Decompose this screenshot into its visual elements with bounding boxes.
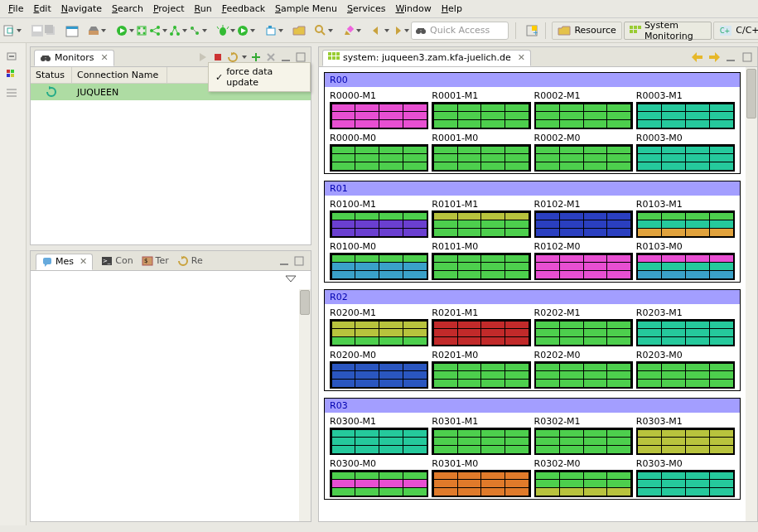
node-R0203-M1[interactable]: R0203-M1 — [636, 307, 735, 346]
tree-icon[interactable] — [169, 23, 181, 38]
profile-icon[interactable] — [136, 23, 147, 38]
new-icon[interactable] — [3, 23, 15, 38]
node-R0003-M0[interactable]: R0003-M0 — [636, 133, 735, 172]
menu-services[interactable]: Services — [342, 2, 390, 16]
maximize-icon[interactable] — [741, 51, 754, 64]
vertical-scrollbar[interactable] — [299, 289, 311, 521]
dropdown-icon[interactable] — [17, 29, 22, 32]
perspective-system-monitoring[interactable]: System Monitoring — [624, 22, 712, 40]
node-R0202-M0[interactable]: R0202-M0 — [534, 350, 633, 389]
rack-R00[interactable]: R00R0000-M1R0001-M1R0002-M1R0003-M1R0000… — [324, 72, 741, 174]
perspective-resource[interactable]: Resource — [552, 22, 621, 40]
list-icon[interactable] — [7, 88, 20, 101]
dropdown-icon[interactable] — [202, 29, 207, 32]
menu-sample-menu[interactable]: Sample Menu — [270, 2, 342, 16]
node-R0102-M1[interactable]: R0102-M1 — [534, 199, 633, 238]
node-R0200-M1[interactable]: R0200-M1 — [330, 307, 428, 346]
node-R0001-M0[interactable]: R0001-M0 — [432, 133, 530, 172]
perspective-c-c-[interactable]: C+C/C++ — [713, 22, 758, 40]
tab-re[interactable]: Re — [177, 255, 203, 267]
node-R0103-M0[interactable]: R0103-M0 — [636, 241, 735, 280]
rack-R01[interactable]: R01R0100-M1R0101-M1R0102-M1R0103-M1R0100… — [324, 181, 741, 283]
palette-icon[interactable] — [7, 70, 20, 83]
node-R0103-M1[interactable]: R0103-M1 — [636, 199, 735, 238]
vertical-scrollbar[interactable] — [746, 67, 757, 521]
back-icon[interactable] — [691, 51, 704, 64]
search-icon[interactable] — [315, 23, 326, 38]
close-icon[interactable]: ✕ — [101, 52, 109, 63]
node-R0302-M1[interactable]: R0302-M1 — [534, 416, 633, 455]
forward-icon[interactable] — [707, 51, 721, 64]
maximize-icon[interactable] — [292, 254, 306, 268]
node-R0100-M0[interactable]: R0100-M0 — [330, 241, 428, 280]
dropdown-icon[interactable] — [404, 29, 409, 32]
dropdown-icon[interactable] — [250, 29, 255, 32]
calendar-icon[interactable] — [66, 23, 78, 38]
dropdown-icon[interactable] — [278, 29, 283, 32]
build-icon[interactable] — [88, 23, 99, 38]
node-R0002-M0[interactable]: R0002-M0 — [534, 133, 633, 172]
node-R0001-M1[interactable]: R0001-M1 — [432, 90, 530, 129]
column-status[interactable]: Status — [31, 67, 72, 83]
debug-icon[interactable] — [217, 23, 229, 38]
dropdown-icon[interactable] — [356, 29, 361, 32]
node-R0000-M1[interactable]: R0000-M1 — [330, 90, 428, 129]
refresh-nodes-icon[interactable] — [189, 23, 200, 38]
node-R0300-M1[interactable]: R0300-M1 — [330, 416, 428, 455]
close-icon[interactable]: ✕ — [80, 256, 87, 267]
menu-window[interactable]: Window — [390, 2, 436, 16]
menu-help[interactable]: Help — [437, 2, 467, 16]
run-icon[interactable] — [116, 23, 128, 38]
save-icon[interactable] — [31, 23, 43, 38]
node-R0201-M0[interactable]: R0201-M0 — [432, 350, 530, 389]
node-R0200-M0[interactable]: R0200-M0 — [330, 350, 428, 389]
save-all-icon[interactable] — [45, 23, 56, 38]
node-R0300-M0[interactable]: R0300-M0 — [330, 458, 428, 497]
node-R0002-M1[interactable]: R0002-M1 — [534, 90, 633, 129]
chevron-down-icon[interactable] — [286, 274, 297, 286]
node-R0101-M0[interactable]: R0101-M0 — [432, 241, 530, 280]
dropdown-icon[interactable] — [129, 29, 134, 32]
back-icon[interactable] — [371, 23, 383, 38]
forward-icon[interactable] — [391, 23, 403, 38]
tab-ter[interactable]: $Ter — [142, 255, 169, 267]
dropdown-icon[interactable] — [241, 56, 248, 59]
node-R0303-M0[interactable]: R0303-M0 — [636, 458, 735, 497]
node-R0201-M1[interactable]: R0201-M1 — [432, 307, 530, 346]
menu-edit[interactable]: Edit — [28, 2, 56, 16]
monitors-tab[interactable]: Monitors ✕ — [34, 50, 114, 66]
node-R0303-M1[interactable]: R0303-M1 — [636, 416, 735, 455]
dropdown-icon[interactable] — [162, 29, 167, 32]
close-icon[interactable]: ✕ — [518, 52, 525, 63]
menu-run[interactable]: Run — [190, 2, 217, 16]
node-R0102-M0[interactable]: R0102-M0 — [534, 241, 633, 280]
dropdown-icon[interactable] — [384, 29, 389, 32]
menu-project[interactable]: Project — [148, 2, 190, 16]
node-R0301-M0[interactable]: R0301-M0 — [432, 458, 530, 497]
menu-search[interactable]: Search — [107, 2, 148, 16]
system-tab[interactable]: system: juqueen3.zam.kfa-juelich.de ✕ — [322, 50, 531, 66]
tab-mes[interactable]: Mes✕ — [36, 254, 93, 270]
run-circle-icon[interactable] — [237, 23, 249, 38]
menu-feedback[interactable]: Feedback — [217, 2, 270, 16]
node-R0101-M1[interactable]: R0101-M1 — [432, 199, 530, 238]
restore-icon[interactable] — [7, 51, 20, 65]
dropdown-icon[interactable] — [101, 29, 106, 32]
rack-R03[interactable]: R03R0300-M1R0301-M1R0302-M1R0303-M1R0300… — [324, 398, 741, 500]
quick-access-input[interactable]: Quick Access — [411, 22, 509, 40]
node-R0203-M0[interactable]: R0203-M0 — [636, 350, 735, 389]
open-perspective-icon[interactable]: + — [526, 24, 538, 37]
node-R0100-M1[interactable]: R0100-M1 — [330, 199, 428, 238]
dropdown-icon[interactable] — [328, 29, 333, 32]
column-connection-name[interactable]: Connection Name — [72, 67, 167, 83]
edit-icon[interactable] — [343, 23, 355, 38]
node-R0301-M1[interactable]: R0301-M1 — [432, 416, 530, 455]
rack-R02[interactable]: R02R0200-M1R0201-M1R0202-M1R0203-M1R0200… — [324, 289, 741, 391]
new-project-icon[interactable] — [265, 23, 277, 38]
menu-file[interactable]: File — [3, 2, 28, 16]
node-R0202-M1[interactable]: R0202-M1 — [534, 307, 633, 346]
node-R0302-M0[interactable]: R0302-M0 — [534, 458, 633, 497]
minimize-icon[interactable] — [724, 51, 737, 64]
minimize-icon[interactable] — [278, 254, 291, 268]
menu-navigate[interactable]: Navigate — [56, 2, 107, 16]
